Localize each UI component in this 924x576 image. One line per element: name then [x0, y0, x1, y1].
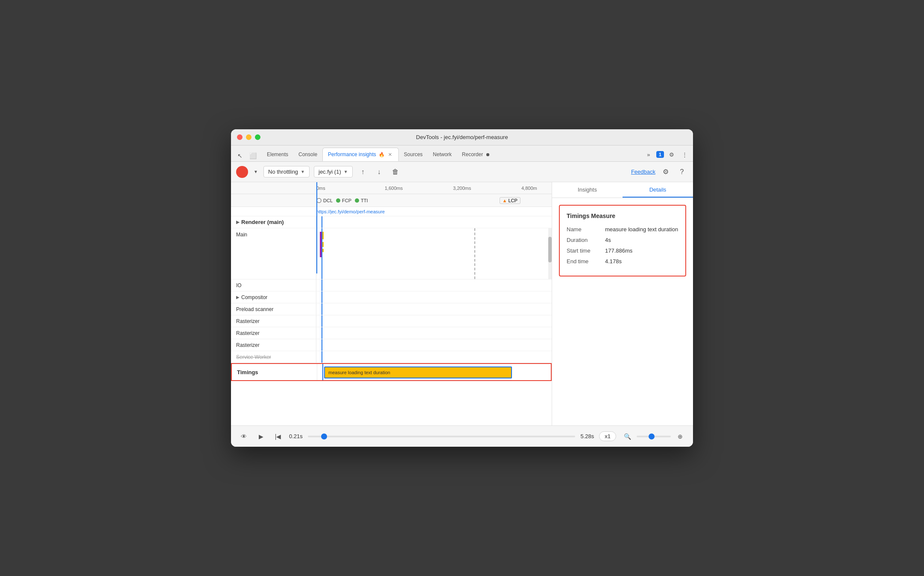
skip-back-icon[interactable]: |◀ [272, 431, 284, 442]
playhead-line [316, 182, 317, 273]
scrubber-track[interactable] [308, 436, 576, 437]
rasterizer-2-blue-line [322, 327, 322, 339]
details-card: Timings Measure Name measure loading tex… [559, 205, 686, 276]
scrubber-thumb[interactable] [321, 433, 327, 439]
scrollbar-track[interactable] [548, 228, 552, 279]
ruler-mark-0: 0ms [316, 186, 325, 191]
tab-details[interactable]: Details [623, 182, 693, 198]
detail-value-name: measure loading text duration [605, 226, 678, 233]
flags-bar: DCL FCP TTI ▲ LCP [231, 194, 552, 207]
flame-bar-yellow-2 [322, 242, 324, 247]
rasterizer-3-track-label: Rasterizer [231, 339, 316, 351]
title-bar: DevTools - jec.fyi/demo/perf-measure [231, 129, 693, 145]
zoom-slider-track[interactable] [637, 436, 671, 437]
upload-icon[interactable]: ↑ [357, 166, 369, 178]
fcp-dot-icon [336, 198, 340, 203]
timings-row[interactable]: Timings measure loading text duration [231, 363, 552, 381]
settings-gear-icon[interactable]: ⚙ [660, 166, 672, 178]
zoom-container: 🔍 ⊕ [621, 431, 686, 442]
fcp-flag: FCP [336, 198, 351, 203]
detail-value-duration: 4s [605, 237, 611, 243]
screenshot-icon[interactable]: 👁 [238, 431, 250, 442]
zoom-thumb[interactable] [649, 433, 655, 439]
timings-content[interactable]: measure loading text duration [317, 364, 551, 380]
tti-flag: TTI [355, 198, 368, 203]
toolbar: ▼ No throttling ▼ jec.fyi (1) ▼ ↑ ↓ 🗑 Fe… [231, 162, 693, 182]
timeline-ruler: 0ms 1,600ms 3,200ms 4,800m [231, 182, 552, 194]
detail-label-name: Name [567, 226, 605, 233]
timeline-panel: 0ms 1,600ms 3,200ms 4,800m DCL FCP [231, 182, 552, 425]
tab-performance-insights[interactable]: Performance insights 🔥 ✕ [322, 148, 399, 161]
compositor-track-label[interactable]: ▶ Compositor [231, 291, 316, 303]
detail-row-name: Name measure loading text duration [567, 226, 678, 233]
feedback-link[interactable]: Feedback [631, 169, 655, 175]
detail-label-duration: Duration [567, 237, 605, 243]
service-worker-track-row: Service Worker [231, 351, 552, 363]
help-icon[interactable]: ? [676, 166, 688, 178]
site-dropdown[interactable]: jec.fyi (1) ▼ [314, 166, 353, 177]
timeline-tracks[interactable]: ▶ Renderer (main) Main [231, 216, 552, 425]
right-tabs: Insights Details [552, 182, 693, 198]
tab-elements[interactable]: Elements [262, 148, 293, 161]
time-start-label: 0.21s [289, 433, 303, 439]
zoom-in-icon[interactable]: ⊕ [674, 431, 686, 442]
flame-bars-2 [322, 232, 324, 252]
close-button[interactable] [237, 134, 243, 140]
play-button[interactable]: ▶ [255, 431, 267, 442]
preload-track-label: Preload scanner [231, 303, 316, 315]
minimize-button[interactable] [246, 134, 251, 140]
compositor-track-content [316, 291, 552, 303]
delete-icon[interactable]: 🗑 [389, 166, 401, 178]
compositor-track-row: ▶ Compositor [231, 291, 552, 303]
more-tabs-button[interactable]: » [643, 149, 654, 160]
zoom-out-icon[interactable]: 🔍 [621, 431, 633, 442]
fcp-label: FCP [342, 198, 351, 203]
preload-blue-line [322, 303, 322, 315]
flame-bar-yellow-3 [322, 249, 324, 252]
renderer-track-row: ▶ Renderer (main) [231, 216, 552, 228]
right-content: Timings Measure Name measure loading tex… [552, 198, 693, 425]
tab-sources[interactable]: Sources [399, 148, 428, 161]
download-icon[interactable]: ↓ [373, 166, 385, 178]
rasterizer-3-track-row: Rasterizer [231, 339, 552, 351]
main-track-content[interactable] [316, 228, 552, 279]
detail-row-starttime: Start time 177.886ms [567, 247, 678, 254]
tab-close-icon[interactable]: ✕ [387, 151, 393, 157]
maximize-button[interactable] [255, 134, 260, 140]
main-track-label: Main [231, 228, 316, 279]
ruler-mark-1: 1,600ms [385, 186, 403, 191]
tab-console[interactable]: Console [293, 148, 322, 161]
rasterizer-2-track-content [316, 327, 552, 339]
cursor-icon[interactable]: ↖ [234, 150, 246, 161]
tab-recorder[interactable]: Recorder ⏺ [457, 148, 495, 161]
throttling-dropdown[interactable]: No throttling ▼ [263, 166, 310, 177]
speed-badge[interactable]: x1 [599, 431, 616, 441]
preload-track-content [316, 303, 552, 315]
timeline-scrubber[interactable] [308, 436, 576, 437]
dcl-flag: DCL [316, 198, 333, 203]
url-row: https://jec.fyi/demo/perf-measure [231, 207, 552, 216]
tab-bar-tools: ↖ ⬜ [234, 150, 258, 161]
record-dropdown[interactable]: ▼ [252, 169, 259, 175]
rasterizer-2-track-row: Rasterizer [231, 327, 552, 339]
lcp-badge: ▲ LCP [500, 197, 520, 204]
tab-insights[interactable]: Insights [552, 182, 623, 198]
chat-badge[interactable]: 1 [656, 151, 664, 158]
settings-icon[interactable]: ⚙ [667, 149, 677, 160]
record-button[interactable] [236, 166, 248, 178]
tab-network[interactable]: Network [428, 148, 457, 161]
scrollbar-thumb[interactable] [548, 237, 552, 262]
inspect-icon[interactable]: ⬜ [247, 150, 258, 161]
timing-bar[interactable]: measure loading text duration [324, 367, 512, 378]
more-options-icon[interactable]: ⋮ [679, 149, 690, 160]
page-url: https://jec.fyi/demo/perf-measure [316, 209, 385, 214]
io-track-label: IO [231, 279, 316, 291]
window-title: DevTools - jec.fyi/demo/perf-measure [416, 134, 508, 140]
ruler-mark-3: 4,800m [521, 186, 537, 191]
lcp-flag: ▲ LCP [500, 197, 520, 204]
detail-label-endtime: End time [567, 258, 605, 265]
timings-blue-line [322, 364, 323, 380]
preload-track-row: Preload scanner [231, 303, 552, 315]
tab-bar: ↖ ⬜ Elements Console Performance insight… [231, 145, 693, 162]
renderer-track-label[interactable]: ▶ Renderer (main) [231, 216, 316, 228]
